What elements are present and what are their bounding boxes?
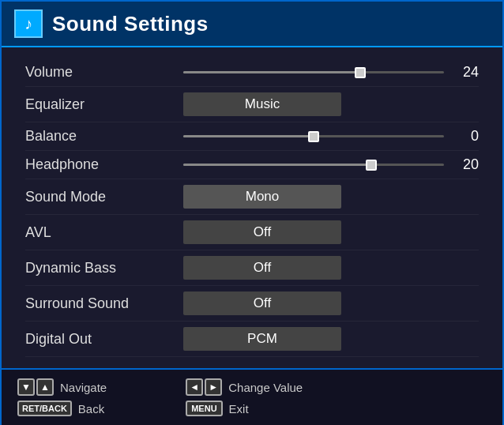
label-sound-mode: Sound Mode — [25, 189, 183, 205]
slider-fill-balance — [183, 135, 314, 137]
menu-badge[interactable]: MENU — [186, 401, 222, 416]
slider-track-headphone — [183, 164, 444, 166]
label-surround-sound: Surround Sound — [25, 295, 183, 312]
control-sound-mode[interactable]: Mono — [183, 185, 479, 209]
slider-thumb-balance[interactable] — [308, 131, 319, 142]
page-title: Sound Settings — [52, 12, 209, 36]
header: ♪ Sound Settings — [2, 2, 502, 47]
setting-row-dynamic-bass[interactable]: Dynamic BassOff — [25, 250, 479, 286]
control-surround-sound[interactable]: Off — [183, 291, 479, 315]
exit-label: Exit — [229, 402, 249, 416]
slider-headphone[interactable]: 20 — [183, 156, 479, 173]
label-avl: AVL — [25, 224, 183, 241]
slider-track-volume — [183, 71, 444, 73]
nav-arrows: ▼ ▲ — [17, 378, 54, 396]
slider-volume[interactable]: 24 — [183, 64, 479, 81]
label-volume: Volume — [25, 64, 183, 81]
setting-row-digital-out[interactable]: Digital OutPCM — [25, 322, 479, 357]
control-digital-out[interactable]: PCM — [183, 327, 479, 351]
screen: ♪ Sound Settings Volume24EqualizerMusicB… — [0, 0, 504, 425]
slider-balance[interactable]: 0 — [183, 128, 479, 145]
selector-surround-sound[interactable]: Off — [183, 291, 341, 315]
label-dynamic-bass: Dynamic Bass — [25, 260, 183, 276]
sound-icon: ♪ — [14, 9, 43, 38]
change-value-label: Change Value — [228, 381, 303, 394]
control-dynamic-bass[interactable]: Off — [183, 256, 479, 280]
slider-value-headphone: 20 — [455, 156, 479, 173]
navigate-group: ▼ ▲ Navigate — [17, 378, 107, 396]
exit-group: MENU Exit — [186, 401, 303, 416]
label-headphone: Headphone — [25, 156, 183, 173]
selector-dynamic-bass[interactable]: Off — [183, 256, 341, 280]
slider-track-balance — [183, 135, 444, 137]
selector-avl[interactable]: Off — [183, 220, 341, 244]
setting-row-balance[interactable]: Balance0 — [25, 122, 479, 151]
footer-right: ◄ ► Change Value MENU Exit — [186, 378, 303, 416]
setting-row-surround-sound[interactable]: Surround SoundOff — [25, 286, 479, 322]
control-volume[interactable]: 24 — [183, 64, 479, 81]
setting-row-volume[interactable]: Volume24 — [25, 58, 479, 87]
up-arrow-icon[interactable]: ▲ — [36, 378, 54, 396]
control-balance[interactable]: 0 — [183, 128, 479, 145]
back-group: RET/BACK Back — [17, 401, 107, 416]
down-arrow-icon[interactable]: ▼ — [17, 378, 35, 396]
right-arrow-icon[interactable]: ► — [205, 378, 222, 396]
footer: ▼ ▲ Navigate RET/BACK Back ◄ ► Change Va… — [2, 368, 502, 425]
label-balance: Balance — [25, 128, 183, 145]
slider-fill-volume — [183, 71, 360, 73]
control-avl[interactable]: Off — [183, 220, 479, 244]
setting-row-sound-mode[interactable]: Sound ModeMono — [25, 179, 479, 215]
selector-digital-out[interactable]: PCM — [183, 327, 341, 351]
setting-row-avl[interactable]: AVLOff — [25, 215, 479, 250]
selector-sound-mode[interactable]: Mono — [183, 185, 341, 209]
label-digital-out: Digital Out — [25, 331, 183, 348]
change-value-group: ◄ ► Change Value — [186, 378, 303, 396]
slider-value-volume: 24 — [455, 64, 479, 81]
left-arrow-icon[interactable]: ◄ — [186, 378, 203, 396]
setting-row-headphone[interactable]: Headphone20 — [25, 151, 479, 179]
navigate-label: Navigate — [60, 381, 107, 394]
slider-value-balance: 0 — [455, 128, 479, 145]
setting-row-equalizer[interactable]: EqualizerMusic — [25, 87, 479, 122]
slider-thumb-headphone[interactable] — [366, 160, 377, 171]
selector-equalizer[interactable]: Music — [183, 92, 341, 116]
settings-content: Volume24EqualizerMusicBalance0Headphone2… — [2, 47, 502, 368]
change-arrows: ◄ ► — [186, 378, 222, 396]
footer-left: ▼ ▲ Navigate RET/BACK Back — [17, 378, 107, 416]
ret-back-badge[interactable]: RET/BACK — [17, 401, 72, 416]
label-equalizer: Equalizer — [25, 96, 183, 113]
slider-fill-headphone — [183, 164, 371, 166]
slider-thumb-volume[interactable] — [355, 67, 366, 78]
control-equalizer[interactable]: Music — [183, 92, 479, 116]
back-label: Back — [78, 402, 104, 416]
control-headphone[interactable]: 20 — [183, 156, 479, 173]
